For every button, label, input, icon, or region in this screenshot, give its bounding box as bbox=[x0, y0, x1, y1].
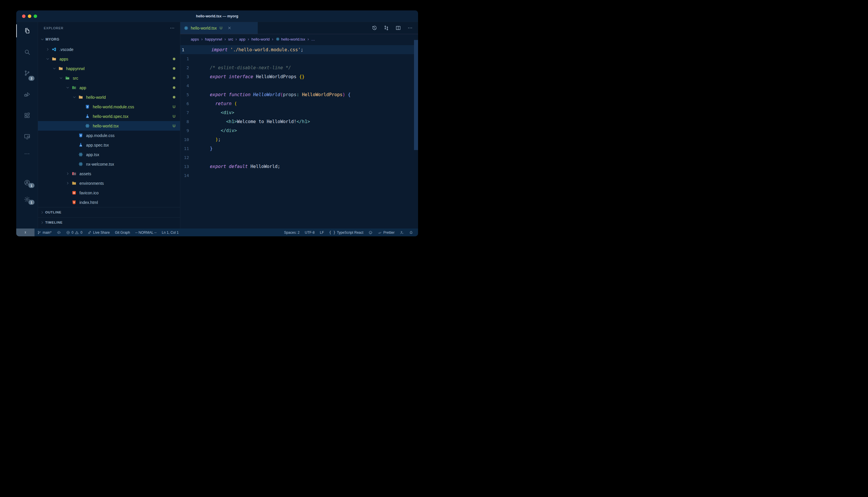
maximize-window-button[interactable] bbox=[33, 14, 37, 18]
tree-item-hello-world.tsx[interactable]: hello-world.tsxU bbox=[38, 121, 180, 131]
tree-item-favicon.ico[interactable]: ★favicon.ico bbox=[38, 188, 180, 198]
code-line: 3export interface HelloWorldProps {} bbox=[180, 72, 418, 81]
tree-item-app.module.css[interactable]: 3app.module.css bbox=[38, 131, 180, 140]
tab-hello-world-tsx[interactable]: hello-world.tsx U bbox=[180, 22, 258, 34]
tree-item-label: nx-welcome.tsx bbox=[86, 162, 114, 167]
activity-item-extensions[interactable] bbox=[16, 105, 38, 126]
tree-item-app[interactable]: app bbox=[38, 83, 180, 93]
tree-item-.vscode[interactable]: .vscode bbox=[38, 45, 180, 54]
status-cursor-position[interactable]: Ln 1, Col 1 bbox=[159, 228, 181, 236]
breadcrumb-item-src[interactable]: src bbox=[228, 37, 233, 41]
panel-header-timeline[interactable]: TIMELINE bbox=[38, 217, 180, 227]
tree-item-src[interactable]: </>src bbox=[38, 73, 180, 83]
split-editor-button[interactable] bbox=[396, 25, 401, 31]
breadcrumb-label: hello-world bbox=[251, 37, 270, 41]
tree-item-index.html[interactable]: 5index.html bbox=[38, 198, 180, 207]
status-live-share[interactable]: Live Share bbox=[85, 228, 112, 236]
activity-item-settings[interactable]: 1 bbox=[16, 191, 38, 208]
git-modified-dot-badge bbox=[173, 77, 175, 79]
line-number: 9 bbox=[180, 128, 191, 133]
react-icon bbox=[184, 26, 189, 30]
breadcrumb-item-app[interactable]: app bbox=[239, 37, 246, 41]
more-actions-button[interactable] bbox=[407, 25, 413, 31]
status-live-share-session[interactable] bbox=[397, 228, 407, 236]
git-untracked-badge: U bbox=[173, 114, 175, 118]
explorer-more-actions-button[interactable] bbox=[169, 26, 175, 31]
status-remote-indicator[interactable] bbox=[16, 228, 35, 236]
status-git-branch[interactable]: main* bbox=[35, 228, 54, 236]
folder-app-icon bbox=[72, 85, 77, 90]
chevron-down-icon bbox=[40, 37, 44, 41]
react-icon bbox=[85, 123, 90, 128]
svg-text:★: ★ bbox=[73, 191, 75, 194]
panel-header-outline[interactable]: OUTLINE bbox=[38, 207, 180, 217]
tree-item-assets[interactable]: assets bbox=[38, 169, 180, 179]
status-label: main* bbox=[43, 230, 52, 235]
breadcrumb-item-…[interactable]: … bbox=[312, 37, 315, 41]
git-modified-dot-badge bbox=[173, 86, 175, 89]
tree-item-happynrwl[interactable]: happynrwl bbox=[38, 64, 180, 73]
status-sync[interactable] bbox=[54, 228, 64, 236]
tree-item-hello-world.module.css[interactable]: 3hello-world.module.cssU bbox=[38, 102, 180, 112]
breadcrumb-item-hello-world[interactable]: hello-world bbox=[251, 37, 270, 41]
react-icon bbox=[78, 152, 83, 157]
tree-item-label: apps bbox=[59, 57, 68, 61]
status-language-mode[interactable]: { }TypeScript React bbox=[327, 228, 366, 236]
status-encoding[interactable]: UTF-8 bbox=[302, 228, 317, 236]
code-line: 5export function HelloWorld(props: Hello… bbox=[180, 90, 418, 99]
line-number: 11 bbox=[180, 146, 191, 151]
code-text: ); bbox=[191, 137, 221, 142]
editor-scrollbar[interactable] bbox=[414, 40, 418, 150]
line-number: 1 bbox=[180, 47, 193, 52]
close-tab-button[interactable] bbox=[228, 26, 231, 30]
status-vim-mode[interactable]: -- NORMAL -- bbox=[133, 228, 159, 236]
svg-text:</>: </> bbox=[66, 77, 69, 79]
status-problems[interactable]: 00 bbox=[64, 228, 85, 236]
tree-item-nx-welcome.tsx[interactable]: nx-welcome.tsx bbox=[38, 159, 180, 169]
activity-item-search[interactable] bbox=[16, 41, 38, 62]
breadcrumb-item-happynrwl[interactable]: happynrwl bbox=[205, 37, 222, 41]
breadcrumb-item-apps[interactable]: apps bbox=[191, 37, 199, 41]
status-git-graph[interactable]: Git Graph bbox=[112, 228, 133, 236]
error-icon bbox=[66, 230, 70, 235]
minimize-window-button[interactable] bbox=[28, 14, 31, 18]
activity-item-source-control[interactable]: 3 bbox=[16, 62, 38, 84]
status-notifications[interactable] bbox=[407, 228, 416, 236]
css3-icon: 3 bbox=[85, 104, 90, 109]
line-number: 6 bbox=[180, 101, 191, 106]
tree-item-apps[interactable]: apps bbox=[38, 54, 180, 64]
activity-item-remote-explorer[interactable] bbox=[16, 126, 38, 147]
tree-item-label: app.module.css bbox=[86, 133, 114, 138]
line-number: 14 bbox=[180, 173, 191, 178]
close-window-button[interactable] bbox=[22, 14, 26, 18]
activity-item-explorer[interactable] bbox=[16, 20, 38, 41]
status-feedback[interactable] bbox=[366, 228, 375, 236]
status-label: Git Graph bbox=[115, 230, 130, 235]
chevron-right-icon bbox=[46, 47, 52, 51]
code-editor[interactable]: 1import './hello-world.module.css';12/* … bbox=[180, 44, 418, 228]
timeline-history-button[interactable] bbox=[372, 25, 377, 31]
tree-item-environments[interactable]: environments bbox=[38, 179, 180, 188]
tree-item-label: app bbox=[80, 85, 86, 90]
status-prettier[interactable]: Prettier bbox=[375, 228, 397, 236]
tree-item-hello-world.spec.tsx[interactable]: TShello-world.spec.tsxU bbox=[38, 112, 180, 121]
remote-indicator-icon bbox=[23, 230, 28, 235]
open-changes-button[interactable] bbox=[384, 25, 389, 31]
window-title: hello-world.tsx — myorg bbox=[196, 14, 238, 18]
chevron-right-icon bbox=[66, 172, 72, 175]
status-eol[interactable]: LF bbox=[317, 228, 327, 236]
activity-item-more[interactable] bbox=[16, 147, 38, 160]
tree-item-label: assets bbox=[80, 171, 91, 176]
tree-item-app.spec.tsx[interactable]: TSapp.spec.tsx bbox=[38, 140, 180, 150]
line-number: 13 bbox=[180, 164, 191, 169]
status-label: UTF-8 bbox=[305, 230, 315, 235]
workspace-section-header[interactable]: MYORG bbox=[38, 34, 180, 45]
git-branch-icon bbox=[37, 230, 41, 235]
tree-item-app.tsx[interactable]: app.tsx bbox=[38, 150, 180, 159]
breadcrumb-item-hello-world.tsx[interactable]: hello-world.tsx bbox=[276, 37, 305, 41]
tree-item-hello-world[interactable]: hello-world bbox=[38, 93, 180, 102]
activity-item-run-debug[interactable] bbox=[16, 84, 38, 105]
cloud-upload-icon bbox=[57, 230, 61, 235]
status-indentation[interactable]: Spaces: 2 bbox=[281, 228, 302, 236]
activity-item-accounts[interactable]: 1 bbox=[16, 174, 38, 191]
